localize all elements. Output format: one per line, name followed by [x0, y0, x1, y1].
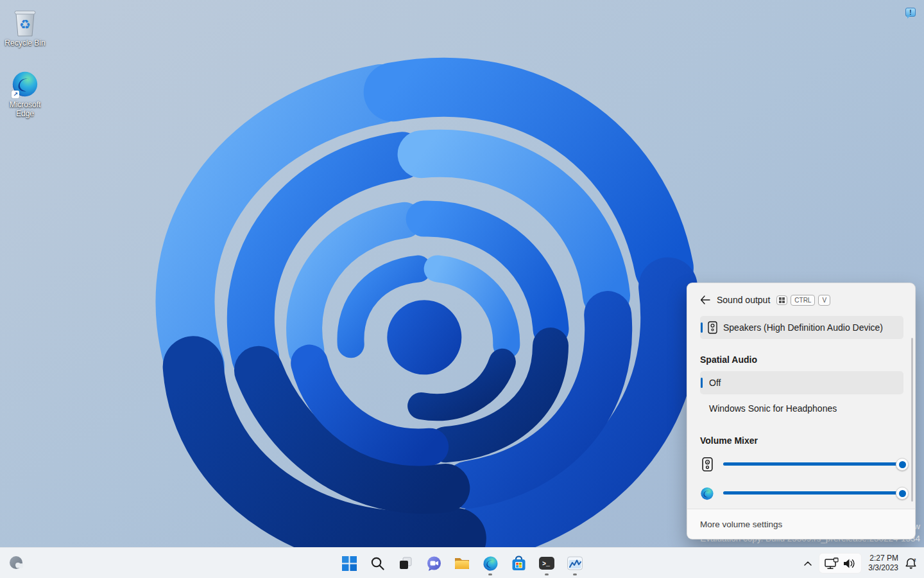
recycle-bin-icon: ♻	[10, 8, 40, 37]
back-button[interactable]	[696, 292, 714, 308]
output-device-item[interactable]: Speakers (High Definition Audio Device)	[700, 316, 903, 339]
taskbar-terminal[interactable]: >_	[534, 550, 560, 576]
mixer-row-edge	[700, 484, 902, 502]
selection-accent-pill	[701, 378, 703, 388]
taskbar-start[interactable]	[336, 550, 362, 576]
network-icon	[825, 557, 839, 570]
taskbar-widgets[interactable]	[4, 550, 30, 576]
output-device-label: Speakers (High Definition Audio Device)	[723, 322, 883, 333]
do-not-disturb-bell-icon: z	[905, 557, 918, 570]
flyout-header: Sound output CTRL V	[687, 283, 915, 308]
spatial-option-windows-sonic[interactable]: Windows Sonic for Headphones	[700, 398, 903, 419]
taskbar-explorer[interactable]	[449, 550, 475, 576]
spatial-option-label: Off	[709, 378, 721, 388]
shortcut-arrow-icon: ↗	[12, 91, 19, 98]
tray-date: 3/3/2023	[868, 563, 898, 573]
svg-text:>_: >_	[542, 561, 551, 568]
terminal-icon: >_	[538, 556, 555, 571]
search-icon	[370, 556, 385, 571]
speaker-device-icon	[700, 457, 714, 472]
notification-bell-button[interactable]: z	[902, 553, 920, 574]
feedback-notification-icon[interactable]: !	[905, 8, 916, 17]
taskbar-edge[interactable]	[477, 550, 503, 576]
chat-icon	[426, 556, 442, 572]
task-manager-icon	[567, 556, 583, 571]
edge-icon	[700, 486, 714, 501]
tray-overflow-chevron[interactable]	[800, 553, 816, 574]
flyout-scrollbar[interactable]	[911, 338, 913, 502]
start-icon	[342, 556, 357, 571]
edge-icon	[483, 556, 499, 572]
feedback-glyph: !	[909, 9, 911, 16]
ctrl-key-badge: CTRL	[791, 295, 815, 306]
edge-icon: ↗	[10, 69, 40, 99]
more-volume-settings-link[interactable]: More volume settings	[687, 509, 915, 539]
sound-output-flyout: Sound output CTRL V Speakers (High Defin…	[687, 283, 916, 539]
speakers-volume-slider[interactable]	[723, 458, 902, 471]
spatial-option-off[interactable]: Off	[700, 371, 903, 394]
slider-thumb[interactable]	[896, 487, 909, 500]
taskbar-taskmanager[interactable]	[562, 550, 588, 576]
desktop-icon-label: Microsoft Edge	[4, 100, 46, 118]
mixer-row-speakers	[700, 455, 902, 473]
svg-text:z: z	[914, 557, 916, 562]
edge-volume-slider[interactable]	[723, 487, 902, 500]
desktop-icon-microsoft-edge[interactable]: ↗ Microsoft Edge	[0, 69, 50, 118]
slider-thumb[interactable]	[896, 458, 909, 471]
taskbar-chat[interactable]	[421, 550, 447, 576]
chevron-up-icon	[804, 561, 812, 566]
volume-icon	[843, 558, 856, 569]
desktop-icon-label: Recycle Bin	[4, 39, 45, 48]
shortcut-hint: CTRL V	[776, 295, 830, 306]
widgets-weather-icon	[8, 556, 25, 571]
tray-clock[interactable]: 2:27 PM 3/3/2023	[868, 554, 898, 573]
desktop-icon-recycle-bin[interactable]: ♻ Recycle Bin	[0, 8, 50, 48]
windows-key-icon	[776, 295, 787, 305]
taskbar-taskview[interactable]	[393, 550, 418, 576]
spatial-audio-heading: Spatial Audio	[700, 355, 902, 365]
file-explorer-icon	[454, 556, 470, 571]
tray-time: 2:27 PM	[868, 554, 898, 563]
network-volume-tray-button[interactable]	[819, 553, 862, 574]
back-arrow-icon	[700, 295, 710, 304]
taskbar-search[interactable]	[364, 550, 390, 576]
spatial-option-label: Windows Sonic for Headphones	[709, 403, 837, 414]
taskbar-store[interactable]	[506, 550, 531, 576]
taskbar: >_	[0, 547, 924, 578]
desktop: ♻ Recycle Bin ↗ Microsoft Edge ! Wi	[0, 0, 924, 578]
flyout-title: Sound output	[717, 295, 770, 305]
store-icon	[511, 556, 527, 572]
volume-mixer-heading: Volume Mixer	[700, 435, 902, 446]
v-key-badge: V	[818, 295, 830, 306]
task-view-icon	[398, 556, 413, 571]
selection-accent-pill	[701, 322, 703, 333]
speaker-device-icon	[708, 321, 717, 334]
recycle-glyph: ♻	[19, 17, 31, 31]
more-volume-settings-label: More volume settings	[700, 520, 782, 529]
